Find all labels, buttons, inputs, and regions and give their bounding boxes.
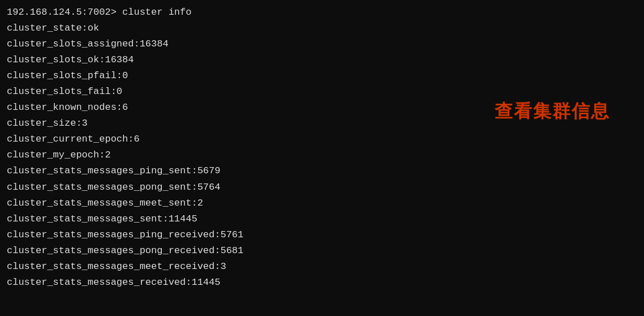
terminal-line: cluster_state:ok bbox=[7, 20, 637, 36]
prompt-line: 192.168.124.5:7002> cluster info bbox=[7, 5, 637, 20]
terminal-line: cluster_slots_pfail:0 bbox=[7, 68, 637, 84]
terminal-line: cluster_current_epoch:6 bbox=[7, 131, 637, 147]
terminal-line: cluster_stats_messages_ping_received:576… bbox=[7, 227, 637, 243]
terminal-output: cluster_state:okcluster_slots_assigned:1… bbox=[7, 20, 637, 291]
terminal-line: cluster_slots_assigned:16384 bbox=[7, 36, 637, 52]
terminal-line: cluster_stats_messages_sent:11445 bbox=[7, 211, 637, 227]
terminal-line: cluster_stats_messages_received:11445 bbox=[7, 275, 637, 291]
terminal-line: cluster_my_epoch:2 bbox=[7, 147, 637, 163]
terminal-window: 192.168.124.5:7002> cluster info cluster… bbox=[0, 0, 644, 316]
annotation-label: 查看集群信息 bbox=[495, 99, 610, 124]
terminal-line: cluster_stats_messages_ping_sent:5679 bbox=[7, 163, 637, 179]
terminal-line: cluster_slots_ok:16384 bbox=[7, 52, 637, 68]
terminal-line: cluster_stats_messages_meet_received:3 bbox=[7, 259, 637, 275]
terminal-line: cluster_stats_messages_meet_sent:2 bbox=[7, 195, 637, 211]
terminal-line: cluster_slots_fail:0 bbox=[7, 84, 637, 100]
terminal-line: cluster_stats_messages_pong_received:568… bbox=[7, 243, 637, 259]
terminal-line: cluster_stats_messages_pong_sent:5764 bbox=[7, 180, 637, 195]
